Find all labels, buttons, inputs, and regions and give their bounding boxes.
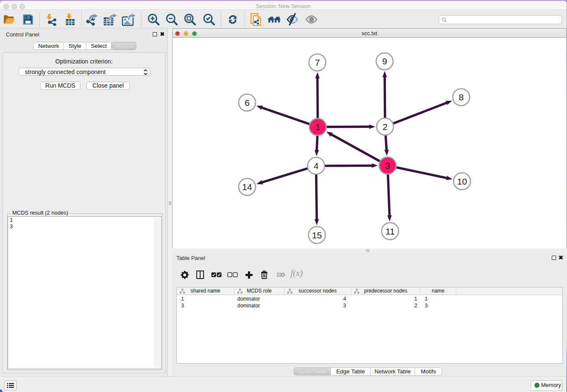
svg-text:1: 1	[315, 122, 320, 132]
svg-text:2: 2	[383, 122, 388, 132]
svg-text:14: 14	[242, 182, 252, 192]
svg-text:10: 10	[457, 177, 467, 186]
svg-text:8: 8	[459, 92, 464, 102]
svg-text:11: 11	[385, 226, 395, 236]
svg-text:6: 6	[245, 98, 250, 108]
svg-text:3: 3	[385, 161, 390, 171]
svg-text:9: 9	[382, 56, 387, 66]
svg-text:15: 15	[312, 230, 322, 240]
svg-text:7: 7	[315, 58, 320, 67]
svg-text:4: 4	[314, 161, 319, 171]
